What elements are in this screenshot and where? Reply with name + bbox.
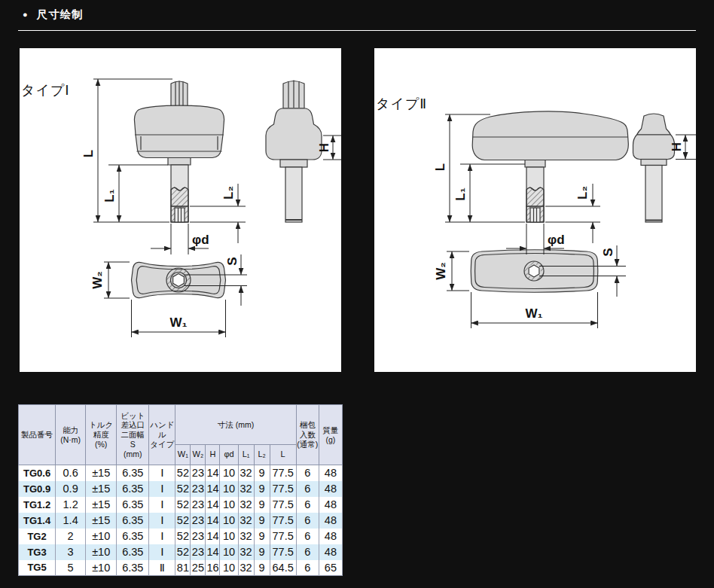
spec-cell: 6 bbox=[296, 497, 319, 513]
section-title: 尺寸绘制 bbox=[37, 8, 84, 22]
dim-label-phi-d: φd bbox=[192, 233, 209, 247]
spec-cell: 77.5 bbox=[270, 465, 296, 481]
spec-cell: 52 bbox=[175, 481, 191, 497]
spec-cell: 1.4 bbox=[56, 513, 86, 529]
col-header-phi-d: φd bbox=[220, 445, 238, 465]
table-row: TG55±106.35Ⅱ8125161032964.5665 bbox=[19, 560, 343, 576]
product-number-cell: TG1.2 bbox=[19, 497, 56, 513]
spec-cell: ±15 bbox=[86, 497, 117, 513]
spec-cell: 6 bbox=[296, 560, 319, 576]
spec-cell: 52 bbox=[175, 529, 191, 544]
spec-cell: 77.5 bbox=[270, 529, 296, 544]
col-header-l2: L₂ bbox=[254, 445, 270, 465]
spec-table-body: TG0.60.6±156.35Ⅰ5223141032977.5648TG0.90… bbox=[19, 465, 343, 576]
dim-label-h: H bbox=[317, 143, 331, 152]
spec-cell: 3 bbox=[56, 544, 86, 560]
type2-panel: タイプⅡ bbox=[374, 48, 696, 372]
spec-cell: 9 bbox=[254, 513, 270, 529]
spec-cell: ±10 bbox=[86, 544, 117, 560]
spec-cell: 77.5 bbox=[270, 497, 296, 513]
table-row: TG1.21.2±156.35Ⅰ5223141032977.5648 bbox=[19, 497, 343, 513]
spec-cell: Ⅰ bbox=[149, 529, 175, 544]
table-row: TG0.90.9±156.35Ⅰ5223141032977.5648 bbox=[19, 481, 343, 497]
product-number-cell: TG0.9 bbox=[19, 481, 56, 497]
spec-cell: 6.35 bbox=[117, 560, 149, 576]
spec-cell: 14 bbox=[206, 465, 220, 481]
spec-cell: 6 bbox=[296, 481, 319, 497]
spec-cell: 14 bbox=[206, 481, 220, 497]
spec-cell: 25 bbox=[191, 560, 206, 576]
col-header-packing: 梱包 入数 (通常) bbox=[296, 405, 319, 465]
spec-cell: 14 bbox=[206, 497, 220, 513]
section-header: ● 尺寸绘制 bbox=[23, 8, 84, 22]
spec-cell: 16 bbox=[206, 560, 220, 576]
spec-cell: 14 bbox=[206, 544, 220, 560]
product-number-cell: TG1.4 bbox=[19, 513, 56, 529]
dim-label-w1: W₁ bbox=[169, 315, 187, 330]
spec-cell: 23 bbox=[191, 497, 206, 513]
spec-cell: 48 bbox=[319, 497, 342, 513]
spec-cell: 32 bbox=[238, 497, 254, 513]
table-row: TG22±106.35Ⅰ5223141032977.5648 bbox=[19, 529, 343, 544]
col-header-capacity: 能力 (N·m) bbox=[56, 405, 86, 465]
product-number-cell: TG2 bbox=[19, 529, 56, 544]
product-number-cell: TG5 bbox=[19, 560, 56, 576]
spec-cell: 23 bbox=[191, 529, 206, 544]
spec-cell: 32 bbox=[238, 481, 254, 497]
dim-label-s: S bbox=[225, 257, 240, 265]
spec-cell: 10 bbox=[220, 560, 238, 576]
table-row: TG33±106.35Ⅰ5223141032977.5648 bbox=[19, 544, 343, 560]
spec-cell: 48 bbox=[319, 481, 342, 497]
dim-label-l: L bbox=[433, 163, 447, 171]
spec-cell: 9 bbox=[254, 481, 270, 497]
spec-cell: 32 bbox=[238, 560, 254, 576]
spec-cell: 10 bbox=[220, 465, 238, 481]
spec-cell: 0.6 bbox=[56, 465, 86, 481]
spec-cell: 23 bbox=[191, 481, 206, 497]
spec-cell: 52 bbox=[175, 465, 191, 481]
dim-label-h: H bbox=[670, 142, 684, 151]
spec-cell: Ⅰ bbox=[149, 513, 175, 529]
col-header-w2: W₂ bbox=[191, 445, 206, 465]
spec-cell: 77.5 bbox=[270, 544, 296, 560]
spec-table: 製品番号 能力 (N·m) トルク 精度 (%) ビット 差込口 二面幅 S (… bbox=[18, 404, 343, 576]
spec-cell: 32 bbox=[238, 529, 254, 544]
type2-label: タイプⅡ bbox=[376, 95, 427, 113]
spec-cell: ±15 bbox=[86, 481, 117, 497]
col-header-h: H bbox=[206, 445, 220, 465]
spec-cell: 6 bbox=[296, 544, 319, 560]
spec-cell: 10 bbox=[220, 481, 238, 497]
spec-cell: 52 bbox=[175, 544, 191, 560]
spec-cell: 6.35 bbox=[117, 544, 149, 560]
spec-cell: 77.5 bbox=[270, 513, 296, 529]
spec-table-section: 製品番号 能力 (N·m) トルク 精度 (%) ビット 差込口 二面幅 S (… bbox=[18, 404, 343, 576]
spec-cell: 6 bbox=[296, 529, 319, 544]
spec-cell: Ⅰ bbox=[149, 497, 175, 513]
product-number-cell: TG0.6 bbox=[19, 465, 56, 481]
spec-cell: 1.2 bbox=[56, 497, 86, 513]
dim-label-w1: W₁ bbox=[525, 306, 542, 321]
spec-cell: Ⅰ bbox=[149, 544, 175, 560]
product-number-cell: TG3 bbox=[19, 544, 56, 560]
spec-cell: 32 bbox=[238, 465, 254, 481]
spec-cell: 23 bbox=[191, 544, 206, 560]
spec-cell: 52 bbox=[175, 497, 191, 513]
spec-cell: ±15 bbox=[86, 513, 117, 529]
header-divider bbox=[18, 30, 696, 31]
spec-cell: 77.5 bbox=[270, 481, 296, 497]
spec-cell: ±10 bbox=[86, 560, 117, 576]
col-header-w1: W₁ bbox=[175, 445, 191, 465]
spec-cell: Ⅰ bbox=[149, 465, 175, 481]
spec-cell: 48 bbox=[319, 544, 342, 560]
spec-cell: Ⅱ bbox=[149, 560, 175, 576]
spec-cell: 6 bbox=[296, 513, 319, 529]
col-header-bit-width: ビット 差込口 二面幅 S (mm) bbox=[117, 405, 149, 465]
spec-cell: ±15 bbox=[86, 465, 117, 481]
dim-label-w2: W₂ bbox=[434, 262, 448, 280]
spec-cell: Ⅰ bbox=[149, 481, 175, 497]
table-row: TG0.60.6±156.35Ⅰ5223141032977.5648 bbox=[19, 465, 343, 481]
dim-label-phi-d: φd bbox=[548, 233, 565, 247]
spec-cell: 48 bbox=[319, 513, 342, 529]
spec-cell: 10 bbox=[220, 544, 238, 560]
spec-cell: 9 bbox=[254, 465, 270, 481]
